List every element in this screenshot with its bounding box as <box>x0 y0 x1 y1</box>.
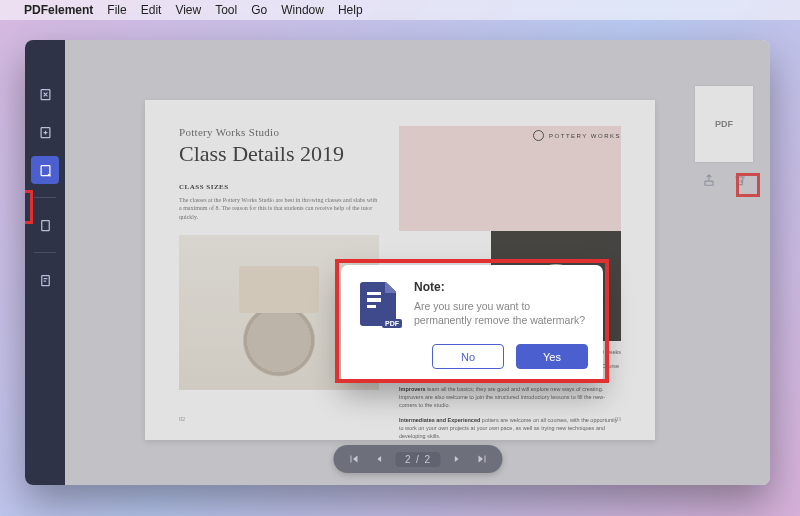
menu-help[interactable]: Help <box>338 3 363 17</box>
menu-go[interactable]: Go <box>251 3 267 17</box>
doc-page-number-right: 03 <box>615 416 621 422</box>
doc-blurb: The classes at the Pottery Works Studio … <box>179 196 379 221</box>
doc-heading: Class Details 2019 <box>179 141 379 167</box>
content-area: Pottery Works Studio Class Details 2019 … <box>65 40 770 485</box>
menu-view[interactable]: View <box>175 3 201 17</box>
menu-tool[interactable]: Tool <box>215 3 237 17</box>
page-thumbnail[interactable]: PDF <box>694 85 754 163</box>
yes-button[interactable]: Yes <box>516 344 588 369</box>
pdf-app-icon: PDF <box>356 280 402 330</box>
delete-watermark-icon[interactable] <box>731 171 748 188</box>
first-page-button[interactable] <box>343 449 363 469</box>
doc-pink-block <box>399 126 621 231</box>
sidebar-form-icon[interactable] <box>31 266 59 294</box>
doc-section-heading: CLASS SIZES <box>179 183 379 191</box>
menu-window[interactable]: Window <box>281 3 324 17</box>
doc-brand: POTTERY WORKS <box>533 130 621 141</box>
export-thumbnail-icon[interactable] <box>700 171 717 188</box>
no-button[interactable]: No <box>432 344 504 369</box>
next-page-button[interactable] <box>446 449 466 469</box>
prev-page-button[interactable] <box>369 449 389 469</box>
brand-label: POTTERY WORKS <box>549 133 621 139</box>
doc-studio-label: Pottery Works Studio <box>179 126 379 138</box>
svg-rect-3 <box>41 220 49 230</box>
dialog-title: Note: <box>414 280 588 294</box>
confirm-dialog: PDF Note: Are you sure you want to perma… <box>341 265 603 383</box>
sidebar-close-page-icon[interactable] <box>31 80 59 108</box>
sidebar-divider <box>34 252 56 253</box>
sidebar-watermark-icon[interactable] <box>31 156 59 184</box>
menu-file[interactable]: File <box>107 3 126 17</box>
sidebar-divider <box>34 197 56 198</box>
svg-rect-5 <box>704 181 712 185</box>
app-window: Pottery (2).pdf Pottery Works Studio Cla… <box>25 40 770 485</box>
pagination-bar: 2 / 2 <box>333 445 502 473</box>
doc-page-number-left: 02 <box>179 416 379 422</box>
menu-edit[interactable]: Edit <box>141 3 162 17</box>
dialog-message: Are you sure you want to permanently rem… <box>414 299 588 327</box>
left-sidebar <box>25 40 65 485</box>
last-page-button[interactable] <box>472 449 492 469</box>
app-menu[interactable]: PDFelement <box>24 3 93 17</box>
sidebar-insert-page-icon[interactable] <box>31 118 59 146</box>
page-counter[interactable]: 2 / 2 <box>395 452 440 467</box>
brand-logo-icon <box>533 130 544 141</box>
mac-menubar: PDFelement File Edit View Tool Go Window… <box>0 0 800 20</box>
sidebar-page-icon[interactable] <box>31 211 59 239</box>
thumbnail-panel: PDF <box>688 85 760 188</box>
